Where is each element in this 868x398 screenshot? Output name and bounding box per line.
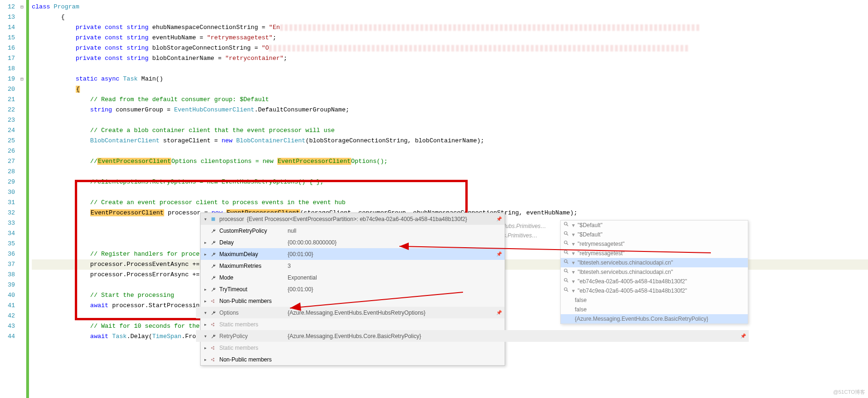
line-number: 22 xyxy=(0,105,15,115)
code-line[interactable]: //EventProcessorClientOptions clientopst… xyxy=(32,156,868,167)
svg-point-27 xyxy=(564,288,567,291)
code-line[interactable]: private const string eventHubName = "ret… xyxy=(32,33,868,43)
prop-value: {Azure.Messaging.EventHubs.EventHubsRetr… xyxy=(288,308,493,318)
tooltip-row-retrypolicy[interactable]: ▾ RetryPolicy {Azure.Messaging.EventHubs… xyxy=(196,330,749,342)
watch-value: "$Default" xyxy=(578,220,602,230)
watch-item[interactable]: ▾ "eb74c9ea-02a6-4005-a458-41ba48b130f2" xyxy=(561,277,748,286)
prop-value: {Azure.Messaging.EventHubs.Core.BasicRet… xyxy=(288,331,738,341)
tooltip-row-delay[interactable]: ▸ Delay {00:00:00.8000000} xyxy=(201,236,505,248)
expand-icon[interactable]: ▸ xyxy=(203,296,207,306)
code-line[interactable] xyxy=(32,115,868,125)
watch-value: "lbtesteh.servicebus.chinacloudapi.cn" xyxy=(578,267,673,277)
pin-icon[interactable]: 📌 xyxy=(496,249,502,259)
watch-item[interactable]: ▾ "lbtesteh.servicebus.chinacloudapi.cn" xyxy=(561,267,748,277)
fold-toggle xyxy=(18,208,26,218)
expand-icon[interactable]: ▾ xyxy=(203,308,207,318)
watch-item[interactable]: {Azure.Messaging.EventHubs.Core.BasicRet… xyxy=(561,314,748,324)
prop-value: 3 xyxy=(288,261,502,271)
chevron-down-icon[interactable]: ▾ xyxy=(203,214,207,224)
tooltip-row-maximumdelay[interactable]: ▸ MaximumDelay {00:01:00} 📌 xyxy=(201,248,505,260)
debug-locals-tooltip[interactable]: ▾ processor {Event Processor<EventProces… xyxy=(200,213,505,366)
watch-item[interactable]: ▾ "retrymessagetest" xyxy=(561,249,748,258)
watch-value: "eb74c9ea-02a6-4005-a458-41ba48b130f2" xyxy=(578,286,687,296)
svg-point-21 xyxy=(564,260,567,263)
expand-icon[interactable]: ▸ xyxy=(203,237,207,248)
code-line[interactable]: // Create a blob container client that t… xyxy=(32,125,868,136)
watch-item[interactable]: false xyxy=(561,305,748,314)
fold-toggle xyxy=(18,270,26,280)
expand-icon[interactable]: ▸ xyxy=(203,354,207,365)
tooltip-row-trytimeout[interactable]: ▸ TryTimeout {00:01:00} xyxy=(201,283,505,295)
watch-item[interactable]: ▾ "eb74c9ea-02a6-4005-a458-41ba48b130f2" xyxy=(561,286,748,295)
tooltip-row-maximumretries[interactable]: MaximumRetries 3 xyxy=(201,260,505,272)
watch-value: "retrymessagetest" xyxy=(578,239,625,249)
watch-item[interactable]: ▾ "lbtesteh.servicebus.chinacloudapi.cn" xyxy=(561,258,748,267)
tooltip-row-static-members[interactable]: ▸ Static members xyxy=(196,318,505,330)
code-line[interactable] xyxy=(32,167,868,177)
expand-icon[interactable]: ▸ xyxy=(203,319,207,330)
fold-gutter[interactable]: ⊟⊟ xyxy=(18,0,26,398)
watch-item[interactable]: ▾ "$Default" xyxy=(561,230,748,239)
line-number: 39 xyxy=(0,280,15,290)
code-line[interactable]: BlobContainerClient storageClient = new … xyxy=(32,136,868,146)
fold-toggle xyxy=(18,146,26,156)
svg-line-14 xyxy=(567,225,568,226)
search-icon xyxy=(564,267,569,277)
watch-item[interactable]: ▾ "$Default" xyxy=(561,221,748,230)
tooltip-var-desc: {Event Processor<EventProcessorPartition… xyxy=(247,214,493,224)
members-icon xyxy=(210,345,217,351)
line-number: 30 xyxy=(0,187,15,198)
code-line[interactable]: // Read from the default consumer group:… xyxy=(32,95,868,105)
code-line[interactable]: class Program xyxy=(32,2,868,12)
pin-icon[interactable]: 📌 xyxy=(496,214,502,224)
watch-item[interactable]: false xyxy=(561,295,748,305)
code-line[interactable] xyxy=(32,146,868,156)
expand-icon[interactable]: ▸ xyxy=(203,284,207,295)
code-line[interactable]: { xyxy=(32,12,868,22)
debug-watch-panel[interactable]: ▾ "$Default"▾ "$Default"▾ "retrymessaget… xyxy=(560,220,748,324)
svg-point-17 xyxy=(564,241,567,244)
expand-icon[interactable]: ▸ xyxy=(203,343,207,353)
code-line[interactable] xyxy=(32,64,868,74)
expand-icon[interactable]: ▾ xyxy=(203,331,207,341)
pin-icon[interactable]: 📌 xyxy=(496,308,502,318)
fold-toggle[interactable]: ⊟ xyxy=(18,74,26,84)
line-number: 17 xyxy=(0,53,15,64)
tooltip-row-customretrypolicy[interactable]: CustomRetryPolicy null xyxy=(201,225,505,236)
wrench-icon xyxy=(210,333,217,339)
code-line[interactable] xyxy=(32,187,868,198)
fold-toggle xyxy=(18,259,26,270)
expand-icon[interactable]: ▸ xyxy=(203,249,207,259)
code-line[interactable]: { xyxy=(32,84,868,95)
code-line[interactable]: //clientopstions.RetryOptions = new Even… xyxy=(32,177,868,187)
tooltip-row-mode[interactable]: Mode Exponential xyxy=(201,272,505,283)
fold-toggle xyxy=(18,125,26,136)
svg-point-6 xyxy=(213,325,214,326)
members-icon xyxy=(210,298,217,304)
fold-toggle[interactable]: ⊟ xyxy=(18,2,26,12)
tooltip-row-static-members[interactable]: ▸ Static members xyxy=(196,342,505,354)
svg-point-8 xyxy=(213,346,214,347)
search-icon xyxy=(564,286,569,296)
members-icon xyxy=(210,356,217,363)
pin-icon[interactable]: 📌 xyxy=(740,331,746,341)
watch-value: false xyxy=(575,304,586,315)
code-line[interactable]: // Create an event processor client to p… xyxy=(32,198,868,208)
prop-value: {00:00:00.8000000} xyxy=(288,237,502,248)
tooltip-row-non-public-members[interactable]: ▸ Non-Public members xyxy=(201,354,505,365)
code-line[interactable]: private const string ehubNamespaceConnec… xyxy=(32,22,868,33)
code-line[interactable]: private const string blobContainerName =… xyxy=(32,53,868,64)
line-number: 36 xyxy=(0,249,15,259)
watch-item[interactable]: ▾ "retrymessagetest" xyxy=(561,239,748,249)
svg-point-25 xyxy=(564,279,567,281)
fold-toggle xyxy=(18,301,26,311)
tooltip-row-non-public-members[interactable]: ▸ Non-Public members xyxy=(201,295,505,307)
tooltip-row-options[interactable]: ▾ Options {Azure.Messaging.EventHubs.Eve… xyxy=(196,307,505,318)
line-number-gutter: 1213141516171819202122232425262728293031… xyxy=(0,0,18,398)
fold-toggle xyxy=(18,84,26,95)
line-number: 13 xyxy=(0,12,15,22)
code-line[interactable]: private const string blobStorageConnecti… xyxy=(32,43,868,53)
code-line[interactable]: string consumerGroup = EventHubConsumerC… xyxy=(32,105,868,115)
code-line[interactable]: static async Task Main() xyxy=(32,74,868,84)
prop-name: MaximumDelay xyxy=(219,249,285,259)
